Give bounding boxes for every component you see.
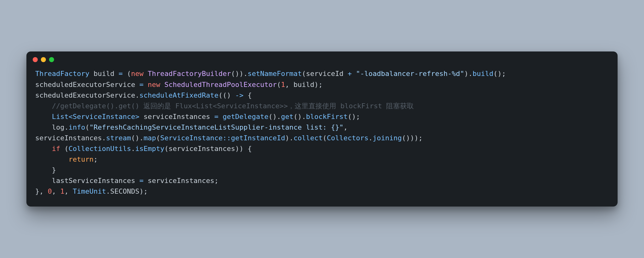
code-token: 1 [281,81,285,89]
code-token: serviceId [306,70,343,78]
code-token: 1 [60,187,64,195]
code-token [343,70,347,78]
code-token: blockFirst [306,113,347,121]
code-token: ThreadFactory [35,70,89,78]
code-token [114,70,119,78]
code-token: ; [356,113,360,121]
code-token: ( [277,81,281,89]
code-token: ) [239,70,243,78]
code-token [35,123,52,131]
code-token: ; [93,155,97,163]
code-token: { [248,145,252,153]
code-token: . [131,145,135,153]
code-token: scheduledExecutorService [35,91,135,99]
code-token: . [64,123,69,131]
code-token: new [131,70,144,78]
code-token: () [131,134,140,142]
code-token: ) [239,145,243,153]
code-token [35,145,52,153]
code-token: build [293,81,314,89]
code-token [352,70,356,78]
code-token: ) [410,134,414,142]
code-token: (() [219,91,231,99]
code-token: ServiceInstance [160,134,223,142]
code-token: List [52,113,69,121]
code-token: < [69,113,73,121]
code-token [35,102,52,110]
code-token: . [369,134,373,142]
code-token: SECONDS [110,187,139,195]
code-token: . [302,113,306,121]
code-token: . [135,91,139,99]
code-token: = [139,177,143,185]
code-token: () [347,113,356,121]
code-token: { [248,91,252,99]
code-token [35,166,52,174]
code-token [210,113,214,121]
code-token: } [52,166,56,174]
code-token: ScheduledThreadPoolExecutor [164,81,277,89]
code-token: . [277,113,281,121]
code-token: :: [223,134,231,142]
code-token: serviceInstances [169,145,235,153]
traffic-light-close-icon[interactable] [33,57,38,62]
code-token [35,177,52,185]
code-token [160,81,164,89]
code-token: isEmpty [135,145,164,153]
code-token [69,187,73,195]
code-token: ( [164,145,169,153]
code-token [35,155,69,163]
code-token: scheduledExecutorService [35,81,135,89]
code-token [243,91,247,99]
code-token: serviceInstances [35,134,102,142]
code-token: new [148,81,160,89]
code-token: , [39,187,43,195]
code-token: ; [502,70,506,78]
code-token: getDelegate [223,113,269,121]
code-token [289,81,293,89]
code-token: "RefreshCachingServiceInstanceListSuppli… [89,123,343,131]
code-token: ( [302,70,306,78]
code-token: , [285,81,289,89]
code-token: = [214,113,219,121]
code-token: ( [64,145,69,153]
code-token: , [52,187,56,195]
code-token: ; [214,177,219,185]
code-token [89,70,93,78]
code-token: () [493,70,502,78]
code-token: . [102,134,106,142]
code-token: -> [235,91,244,99]
code-token: return [69,155,93,163]
code-token [135,177,139,185]
code-token: ; [143,187,147,195]
code-token [139,113,143,121]
code-token: log [52,123,64,131]
traffic-light-minimize-icon[interactable] [41,57,46,62]
code-token [60,145,64,153]
code-token: } [35,187,39,195]
code-token: + [347,70,352,78]
code-token: ( [127,70,131,78]
code-token [143,177,147,185]
code-token: , [343,123,347,131]
code-token: serviceInstances [148,177,214,185]
code-token [143,81,147,89]
code-token: . [243,70,247,78]
code-token: () [269,113,277,121]
code-token: = [139,81,143,89]
code-token: ( [156,134,160,142]
code-token: info [69,123,85,131]
traffic-light-zoom-icon[interactable] [49,57,54,62]
code-token: Collectors [327,134,368,142]
code-token: CollectionUtils [69,145,131,153]
code-token: "-loadbalancer-refresh-%d" [356,70,464,78]
code-token: setNameFormat [248,70,302,78]
code-token [219,113,223,121]
code-token: ) [464,70,468,78]
code-token: . [289,134,293,142]
code-token [143,70,147,78]
code-token [243,145,247,153]
code-token: scheduleAtFixedRate [139,91,219,99]
code-token: getInstanceId [231,134,285,142]
code-token: ThreadFactoryBuilder [148,70,231,78]
